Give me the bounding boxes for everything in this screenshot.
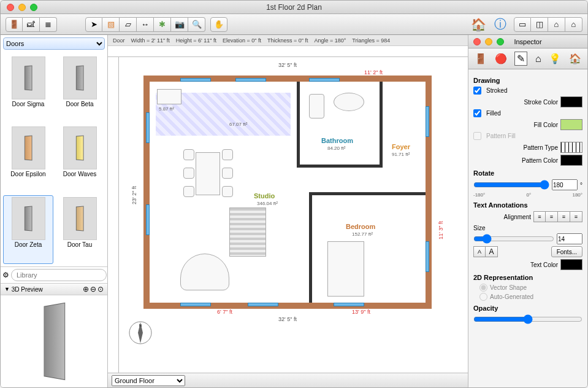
furniture-toolbar-button[interactable]: 🛋 <box>23 17 40 32</box>
doors-toolbar-button[interactable]: 🚪 <box>6 17 23 32</box>
window[interactable] <box>235 78 266 82</box>
stroke-color-swatch[interactable] <box>560 96 582 107</box>
canvas[interactable]: 32' 5" ft 11' 2" ft 32' 5" ft 6' 7" ft 1… <box>119 57 468 373</box>
sofa[interactable] <box>180 254 229 290</box>
tab-object-icon[interactable]: 🚪 <box>475 53 487 64</box>
library-item[interactable]: Door Sigma <box>3 55 53 123</box>
chair[interactable] <box>222 186 233 197</box>
info-button[interactable]: ⓘ <box>492 17 509 32</box>
zoom-tool-button[interactable]: 🔍 <box>188 17 205 32</box>
titlebar: 1st Floor 2d Plan <box>1 1 587 14</box>
select-tool-button[interactable]: ➤ <box>85 17 102 32</box>
gear-icon[interactable]: ⚙ <box>2 271 9 279</box>
window[interactable] <box>309 78 340 82</box>
wall[interactable] <box>380 82 383 168</box>
main-toolbar: 🚪 🛋 ≣ ➤ ▧ ▱ ↔ ✱ 📷 🔍 ✋ 🏠 ⓘ ▭ ◫ ⌂ ⌂ <box>1 14 587 35</box>
tab-2d-icon[interactable]: ✎ <box>514 52 527 66</box>
tab-building-icon[interactable]: ⌂ <box>535 53 541 64</box>
fill-color-swatch[interactable] <box>560 119 582 130</box>
align-center-button[interactable]: ≡ <box>546 211 558 222</box>
library-item[interactable]: Door Epsilon <box>3 125 53 193</box>
library-item[interactable]: Door Waves <box>55 125 105 193</box>
room-tool-button[interactable]: ▱ <box>120 17 137 32</box>
window[interactable] <box>426 241 429 272</box>
rotate-slider[interactable] <box>473 180 549 190</box>
vector-shape-radio[interactable] <box>479 284 487 292</box>
zoom-fit-icon[interactable]: ⊙ <box>97 285 104 293</box>
window[interactable] <box>180 78 211 82</box>
tab-camera-icon[interactable]: 💡 <box>549 53 561 64</box>
window[interactable] <box>180 303 211 306</box>
ruler-horizontal <box>108 46 468 57</box>
wall[interactable] <box>297 82 300 168</box>
font-large-button[interactable]: A <box>486 246 498 257</box>
size-input[interactable] <box>557 233 582 244</box>
window[interactable] <box>426 106 429 137</box>
align-right-button[interactable]: ≡ <box>558 211 570 222</box>
align-justify-button[interactable]: ≡ <box>570 211 582 222</box>
stairs[interactable] <box>229 208 266 257</box>
view-2d-button[interactable]: ▭ <box>514 17 531 32</box>
wall[interactable] <box>309 192 312 303</box>
opacity-slider[interactable] <box>473 314 582 324</box>
floor-select[interactable]: Ground Floor <box>112 375 185 386</box>
pattern-type-label: Pattern Type <box>473 144 558 151</box>
view-split-button[interactable]: ◫ <box>531 17 548 32</box>
window[interactable] <box>146 204 150 235</box>
library-search-input[interactable] <box>11 269 107 281</box>
toilet[interactable] <box>309 94 324 118</box>
fonts-button[interactable]: Fonts... <box>551 246 582 257</box>
wall[interactable] <box>309 192 426 195</box>
library-item[interactable]: Door Beta <box>55 55 105 123</box>
area-label: 91.71 ft² <box>392 152 410 157</box>
dimension-label: 11' 2" ft <box>364 69 383 76</box>
pattern-type-swatch[interactable] <box>560 142 582 153</box>
tab-env-icon[interactable]: 🏠 <box>569 53 581 64</box>
wall-tool-button[interactable]: ▧ <box>102 17 120 32</box>
window[interactable] <box>248 303 278 306</box>
tab-materials-icon[interactable]: 🔴 <box>495 53 507 64</box>
app-icon[interactable]: 🏠 <box>470 17 487 32</box>
pan-tool-button[interactable]: ✋ <box>210 17 227 32</box>
tub[interactable] <box>334 93 364 111</box>
rotate-input[interactable] <box>552 179 578 190</box>
chair[interactable] <box>183 186 194 197</box>
dimension-label: 13' 9" ft <box>352 309 370 315</box>
library-category-select[interactable]: Doors <box>3 37 105 50</box>
roof-tool-button[interactable]: ✱ <box>154 17 171 32</box>
chair[interactable] <box>222 168 233 179</box>
camera-tool-button[interactable]: 📷 <box>171 17 188 32</box>
library-item-selected[interactable]: Door Zeta <box>3 195 53 264</box>
pattern-color-label: Pattern Color <box>473 157 558 164</box>
furniture[interactable] <box>157 89 181 104</box>
alignment-label: Alignment <box>473 214 531 220</box>
bed[interactable] <box>327 241 364 297</box>
view-3d-button[interactable]: ⌂ <box>548 17 565 32</box>
pattern-fill-checkbox[interactable] <box>473 132 481 140</box>
preview-3d[interactable] <box>1 295 107 387</box>
zoom-in-icon[interactable]: ⊕ <box>83 285 89 293</box>
window[interactable] <box>334 303 364 306</box>
font-small-button[interactable]: A <box>473 246 486 257</box>
table[interactable] <box>196 152 220 195</box>
measure-tool-button[interactable]: ↔ <box>137 17 154 32</box>
window[interactable] <box>146 112 150 143</box>
chair[interactable] <box>183 168 194 179</box>
pattern-color-swatch[interactable] <box>560 155 582 166</box>
view-walk-button[interactable]: ⌂ <box>565 17 582 32</box>
dimension-label: 6' 7" ft <box>217 309 232 315</box>
wall[interactable] <box>297 165 383 168</box>
area-label: 67.07 ft² <box>229 122 247 127</box>
library-item[interactable]: Door Tau <box>55 195 105 264</box>
dimension-label: 11' 3" ft <box>438 221 444 239</box>
stroked-checkbox[interactable] <box>473 87 481 95</box>
auto-generated-radio[interactable] <box>479 293 487 301</box>
text-color-swatch[interactable] <box>560 259 582 270</box>
align-left-button[interactable]: ≡ <box>533 211 546 222</box>
filled-checkbox[interactable] <box>473 109 481 117</box>
chair[interactable] <box>222 149 233 160</box>
chair[interactable] <box>183 149 194 160</box>
list-toolbar-button[interactable]: ≣ <box>40 17 57 32</box>
size-slider[interactable] <box>473 234 554 244</box>
zoom-out-icon[interactable]: ⊖ <box>90 285 96 293</box>
